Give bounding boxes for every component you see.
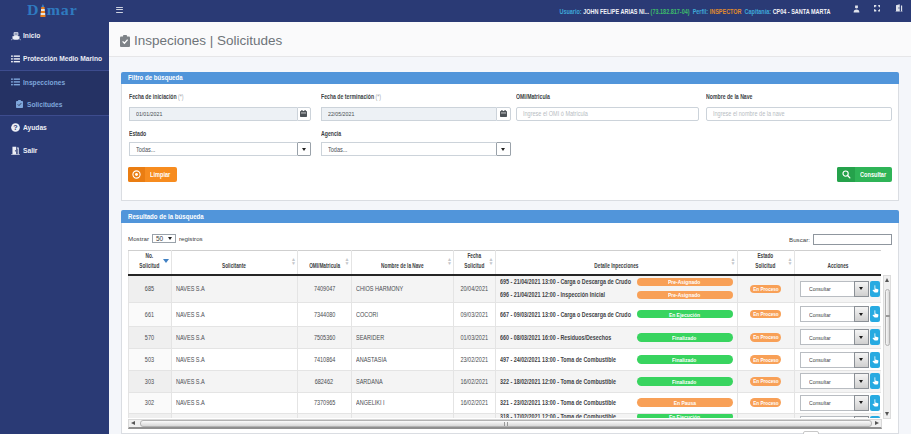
svg-text:?: ? (13, 123, 17, 132)
